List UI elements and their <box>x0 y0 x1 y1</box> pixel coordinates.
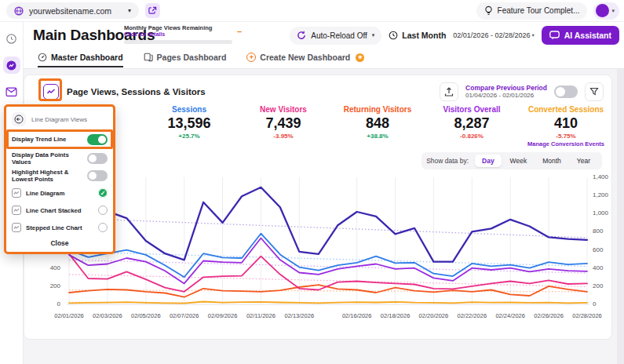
compare-previous-period: Compare Previous Period 01/04/2026 - 02/… <box>465 84 547 100</box>
y-axis-tick-right: 1,000 <box>593 209 624 217</box>
collapse-dash-icon[interactable]: – <box>237 27 242 36</box>
close-button[interactable]: Close <box>12 236 108 249</box>
feature-tour-label: Feature Tour Complet... <box>498 6 580 15</box>
line-diagram-views-popup: Line Diagram Views Display Trend LineDis… <box>4 104 115 254</box>
compare-range: 01/04/2026 - 02/01/2026 <box>465 92 547 100</box>
plus-circle-icon: + <box>246 53 256 62</box>
metric-label[interactable]: Sessions <box>142 105 236 114</box>
back-button[interactable] <box>12 112 26 126</box>
site-selector-label: yourwebsitename.com <box>29 6 111 16</box>
ai-assistant-label: AI Assistant <box>564 31 611 40</box>
metric-new-visitors: New Visitors7,439-3.95% <box>236 105 330 147</box>
compare-toggle[interactable] <box>554 86 578 98</box>
show-data-pill-week[interactable]: Week <box>503 155 535 167</box>
y-axis-tick-right: 0 <box>593 300 624 308</box>
y-axis-tick-right: 800 <box>593 228 624 235</box>
popup-toggle-display-trend-line: Display Trend Line <box>6 129 113 149</box>
metric-returning-visitors: Returning Visitors848+38.8% <box>330 105 425 147</box>
period-label: Last Month <box>402 31 446 40</box>
sidebar-item-inbox[interactable] <box>3 83 20 100</box>
page-views-progress-bar <box>124 40 232 44</box>
radio-selected-icon[interactable]: ✓ <box>98 188 108 198</box>
y-axis-tick-left: 200 <box>31 282 60 289</box>
lightbulb-icon <box>484 5 493 16</box>
y-axis-tick-right: 1,400 <box>593 173 624 180</box>
toggle-label: Display Data Points Values <box>12 151 87 166</box>
chevron-down-icon: ▾ <box>611 8 615 14</box>
toggle-switch[interactable] <box>87 170 108 181</box>
tab-create-new-dashboard[interactable]: +Create New Dashboard★ <box>246 49 364 67</box>
mini-chart-icon <box>12 206 21 215</box>
sidebar-item-dashboards[interactable] <box>3 56 20 74</box>
show-data-by-label: Show data by: <box>426 157 469 165</box>
date-range-selector[interactable]: 02/01/2026 - 02/28/2026 ▾ <box>453 31 534 39</box>
compare-label: Compare Previous Period <box>465 84 547 93</box>
show-data-by: Show data by: DayWeekMonthYear <box>421 152 602 169</box>
metrics-row: Sessions13,596+25.7%New Visitors7,439-3.… <box>142 105 613 147</box>
metric-label[interactable]: Converted Sessions <box>519 105 613 114</box>
metric-delta: -3.95% <box>236 133 330 140</box>
toggle-label: Display Trend Line <box>12 136 66 143</box>
tab-pages-dashboard[interactable]: Pages Dashboard <box>144 49 227 67</box>
metric-value: 8,287 <box>425 115 519 132</box>
feature-tour-button[interactable]: Feature Tour Complet... <box>476 2 588 20</box>
metric-label[interactable]: Returning Visitors <box>330 105 425 114</box>
metric-sessions: Sessions13,596+25.7% <box>142 105 236 147</box>
filter-icon[interactable] <box>585 82 604 101</box>
popup-title: Line Diagram Views <box>31 116 87 123</box>
mini-chart-icon <box>12 188 21 198</box>
popup-option-stepped-line-chart[interactable]: Stepped Line Chart <box>12 219 108 236</box>
show-data-pill-year[interactable]: Year <box>570 155 597 167</box>
page-views-remaining: Monthly Page Views Remaining Click for d… <box>124 24 242 44</box>
toggle-switch[interactable] <box>87 153 108 164</box>
manage-conversion-events-link[interactable]: Manage Conversion Events <box>519 140 613 147</box>
option-label: Stepped Line Chart <box>26 224 82 231</box>
export-icon[interactable] <box>440 82 458 101</box>
auto-reload-dropdown[interactable]: Auto-Reload Off ▾ <box>290 27 381 45</box>
toggle-knob <box>89 155 97 162</box>
x-axis-tick: 02/13/2026 <box>276 312 323 319</box>
toggle-label: Highlight Highest & Lowest Points <box>12 169 87 183</box>
metric-label[interactable]: New Visitors <box>236 105 330 114</box>
dashboard-tabs: Master DashboardPages Dashboard+Create N… <box>24 49 624 69</box>
option-label: Line Diagram <box>26 190 64 197</box>
metric-delta: +38.8% <box>330 133 425 140</box>
radio-icon[interactable] <box>98 223 108 232</box>
chart-title: Page Views, Sessions & Visitors <box>67 87 206 96</box>
page-header: Main Dashboards Monthly Page Views Remai… <box>24 22 624 49</box>
sidebar-item-history[interactable] <box>3 30 20 47</box>
toggle-knob <box>89 172 97 180</box>
radio-icon[interactable] <box>98 206 108 215</box>
line-chart: 002002004004006006008008001,0001,0001,20… <box>31 174 605 331</box>
site-selector[interactable]: yourwebsitename.com ▾ <box>6 2 139 19</box>
y-axis-tick-left: 0 <box>31 300 60 308</box>
popup-option-line-diagram[interactable]: Line Diagram✓ <box>12 184 108 202</box>
toggle-switch[interactable] <box>87 134 108 145</box>
show-data-pill-month[interactable]: Month <box>535 155 568 167</box>
popup-option-line-chart-stacked[interactable]: Line Chart Stacked <box>12 202 108 219</box>
clock-icon <box>389 31 398 40</box>
open-external-button[interactable] <box>145 3 160 18</box>
metric-label[interactable]: Visitors Overall <box>425 105 519 114</box>
show-data-pill-day[interactable]: Day <box>475 155 502 167</box>
y-axis-tick-right: 200 <box>593 282 624 289</box>
refresh-icon <box>297 31 306 40</box>
period-selector[interactable]: Last Month <box>389 31 446 40</box>
metric-value: 410 <box>519 115 613 132</box>
metric-converted-sessions: Converted Sessions410-5.75%Manage Conver… <box>519 105 613 147</box>
metric-delta: +25.7% <box>142 133 236 140</box>
popup-toggle-display-data-points-values: Display Data Points Values <box>12 150 108 167</box>
star-badge-icon: ★ <box>356 53 364 62</box>
date-range-value: 02/01/2026 - 02/28/2026 <box>453 31 530 39</box>
mini-chart-icon <box>12 223 21 232</box>
top-bar: yourwebsitename.com ▾ Feature Tour Compl… <box>0 0 624 22</box>
y-axis-tick-left: 400 <box>31 264 60 271</box>
click-for-details-link[interactable]: Click for details <box>124 31 242 37</box>
y-axis-tick-right: 400 <box>593 264 624 271</box>
y-axis-tick-right: 600 <box>593 246 624 253</box>
option-label: Line Chart Stacked <box>26 207 82 214</box>
ai-assistant-button[interactable]: AI Assistant <box>542 26 619 45</box>
tab-master-dashboard[interactable]: Master Dashboard <box>38 49 123 67</box>
user-menu[interactable]: ▾ <box>593 2 619 20</box>
chevron-down-icon: ▾ <box>531 32 534 38</box>
